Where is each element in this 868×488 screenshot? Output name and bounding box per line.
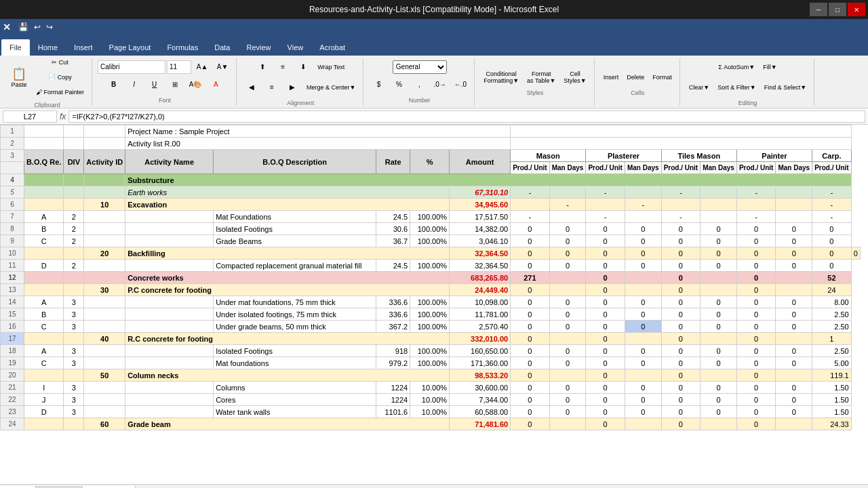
styles-group: ConditionalFormatting▼ Formatas Table▼ C… (476, 58, 595, 106)
column-necks-row: 20 50 Column necks 98,533.20 0 0 0 0 119… (1, 369, 861, 382)
cells-group: Insert Delete Format Cells (596, 58, 680, 106)
table-row: 14 A 3 Under mat foundations, 75 mm thic… (1, 296, 861, 308)
maximize-button[interactable]: □ (829, 3, 846, 16)
italic-button[interactable]: I (125, 75, 144, 94)
autosum-button[interactable]: Σ AutoSum▼ (715, 58, 758, 77)
sheet-tab-sheet1[interactable]: Sheet1 (0, 486, 36, 489)
increase-font-button[interactable]: A▲ (193, 60, 212, 74)
comma-button[interactable]: , (410, 75, 429, 94)
find-select-button[interactable]: Find & Select▼ (761, 78, 810, 97)
align-center-button[interactable]: ≡ (262, 78, 281, 97)
cut-button[interactable]: ✂ Cut (33, 56, 87, 69)
tiles-mason-group-header: Tiles Mason (661, 150, 736, 162)
align-left-button[interactable]: ◀ (242, 78, 261, 97)
save-quick-button[interactable]: 💾 (16, 21, 31, 33)
alignment-group: ⬆ ≡ ⬇ Wrap Text ◀ ≡ ▶ Merge & Center▼ Al… (238, 58, 363, 106)
borders-button[interactable]: ⊞ (165, 75, 184, 94)
formula-input[interactable]: =IF(K27>0,(F27*I27/K27),0) (68, 110, 865, 123)
cell-c1[interactable] (84, 125, 125, 138)
percent-button[interactable]: % (389, 75, 408, 94)
number-format-select[interactable]: General (393, 60, 447, 74)
concrete-works-label: Concrete works (125, 272, 450, 284)
font-name-input[interactable] (98, 60, 165, 74)
paste-button[interactable]: 📋 Paste (7, 60, 31, 94)
fill-button[interactable]: Fill▼ (760, 58, 780, 77)
clipboard-group: 📋 Paste ✂ Cut 📄 Copy 🖌 Format Painter Cl… (3, 58, 92, 106)
conditional-format-button[interactable]: ConditionalFormatting▼ (480, 68, 522, 87)
sheet-tab-percn[interactable]: Percn. Sheet (83, 486, 136, 489)
percent-header: % (410, 150, 450, 174)
font-label: Font (159, 97, 171, 104)
align-middle-button[interactable]: ≡ (273, 58, 292, 77)
row-num-6: 6 (1, 199, 24, 211)
tab-formulas[interactable]: Formulas (159, 39, 206, 56)
tab-review[interactable]: Review (238, 39, 279, 56)
decrease-font-button[interactable]: A▼ (213, 60, 232, 74)
tab-home[interactable]: Home (30, 39, 66, 56)
increase-decimal-button[interactable]: .0→ (430, 75, 449, 94)
paint-man-header: Man Days (776, 162, 812, 174)
font-size-input[interactable] (167, 60, 191, 74)
cell-styles-button[interactable]: CellStyles▼ (560, 68, 589, 87)
cell-reference-box[interactable] (3, 110, 57, 123)
substructure-label: Substructure (125, 174, 852, 186)
sort-filter-button[interactable]: Sort & Filter▼ (714, 78, 759, 97)
cell-b1[interactable] (64, 125, 84, 138)
cell-a2[interactable] (24, 138, 64, 150)
rate-header: Rate (376, 150, 410, 174)
cells-label: Cells (631, 89, 644, 96)
format-painter-button[interactable]: 🖌 Format Painter (33, 85, 87, 99)
number-group: General $ % , .0→ ←.0 Number (365, 58, 475, 106)
redo-quick-button[interactable]: ↪ (44, 21, 55, 33)
earth-works-row: 5 Earth works 67,310.10 - - - - - (1, 186, 861, 199)
tab-view[interactable]: View (279, 39, 312, 56)
title-bar: Resources-and-Activity-List.xls [Compati… (0, 0, 868, 19)
excavation-label: Excavation (125, 199, 450, 211)
tab-insert[interactable]: Insert (66, 39, 101, 56)
close-button[interactable]: ✕ (848, 3, 865, 16)
align-right-button[interactable]: ▶ (283, 78, 302, 97)
alignment-label: Alignment (287, 100, 314, 106)
paint-prod-header: Prod./ Unit (736, 162, 776, 174)
fill-color-button[interactable]: A🎨 (186, 75, 205, 94)
table-row: 9 C 2 Grade Beams 36.7 100.00% 3,046.10 … (1, 235, 861, 247)
undo-quick-button[interactable]: ↩ (32, 21, 43, 33)
clear-button[interactable]: Clear▼ (686, 78, 713, 97)
table-body[interactable]: 1 Project Name : Sample Project 2 Activi… (0, 125, 868, 484)
cell-project-name: Project Name : Sample Project (125, 125, 511, 138)
project-name-row: 1 Project Name : Sample Project (1, 125, 861, 138)
decrease-decimal-button[interactable]: ←.0 (451, 75, 470, 94)
boq-ref-header: B.O.Q Re. (24, 150, 64, 174)
cell-c2[interactable] (84, 138, 125, 150)
align-bottom-button[interactable]: ⬇ (294, 58, 313, 77)
cell-b2[interactable] (64, 138, 84, 150)
bold-button[interactable]: B (104, 75, 123, 94)
earth-amount: 67,310.10 (450, 186, 511, 199)
table-row: 21 I 3 Columns 1224 10.00% 30,600.00 0 0… (1, 382, 861, 394)
tab-data[interactable]: Data (206, 39, 238, 56)
insert-cells-button[interactable]: Insert (600, 68, 623, 87)
backfilling-section-row: 10 20 Backfilling 32,364.50 0 0 0 0 0 0 … (1, 247, 861, 260)
cell-a1[interactable] (24, 125, 64, 138)
minimize-button[interactable]: ─ (810, 3, 827, 16)
format-cells-button[interactable]: Format (649, 68, 675, 87)
grade-beam-label: Grade beam (125, 418, 450, 430)
number-label: Number (409, 97, 431, 104)
align-top-button[interactable]: ⬆ (253, 58, 272, 77)
row-num-3b (1, 162, 24, 174)
copy-button[interactable]: 📄 Copy (33, 70, 87, 84)
sheet-tab-resources[interactable]: Resources (36, 486, 83, 489)
wrap-text-button[interactable]: Wrap Text (314, 58, 348, 77)
merge-center-button[interactable]: Merge & Center▼ (303, 78, 359, 97)
pc-concrete-row: 13 30 P.C concrete for footing 24,449.40… (1, 284, 861, 296)
currency-button[interactable]: $ (369, 75, 388, 94)
column-necks-label: Column necks (125, 369, 450, 382)
delete-cells-button[interactable]: Delete (623, 68, 648, 87)
mason-prod-header: Prod./ Unit (511, 162, 550, 174)
font-color-button[interactable]: A (206, 75, 225, 94)
tab-file[interactable]: File (1, 39, 30, 56)
tab-page-layout[interactable]: Page Layout (101, 39, 159, 56)
format-as-table-button[interactable]: Formatas Table▼ (524, 68, 559, 87)
tab-acrobat[interactable]: Acrobat (311, 39, 353, 56)
underline-button[interactable]: U (145, 75, 164, 94)
